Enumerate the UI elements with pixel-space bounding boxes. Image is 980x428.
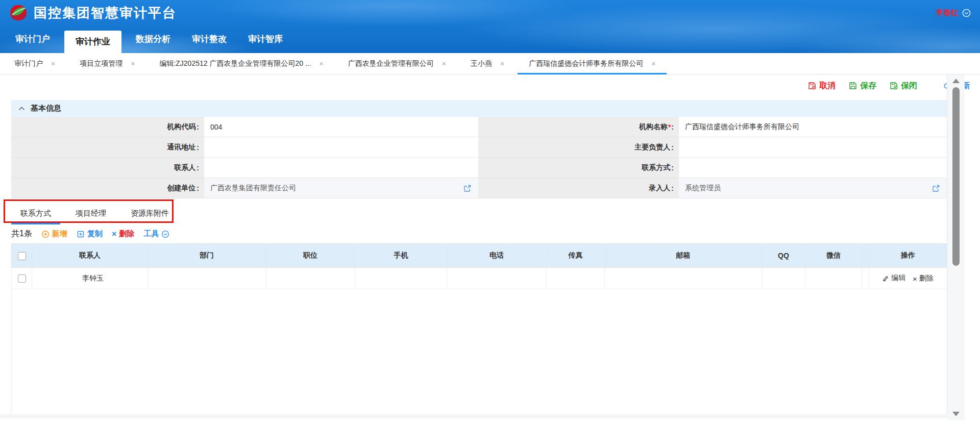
address-input[interactable] bbox=[204, 137, 478, 157]
record-count: 共1条 bbox=[11, 229, 32, 239]
empty-space bbox=[11, 289, 947, 415]
row-delete-button[interactable]: × 删除 bbox=[913, 274, 934, 283]
app-title: 国控集团智慧审计平台 bbox=[34, 4, 177, 22]
org-code-label: 机构代码: bbox=[11, 117, 204, 137]
basic-info-form: 机构代码: 机构名称*: 通讯地址: 主要负责人: bbox=[11, 117, 947, 198]
doc-tab-label: 审计门户 bbox=[14, 59, 43, 68]
col-phone: 电话 bbox=[447, 244, 547, 268]
row-checkbox[interactable] bbox=[18, 274, 26, 283]
creating-org-field: 广西农垦集团有限责任公司 bbox=[204, 178, 478, 198]
external-link-icon[interactable] bbox=[464, 185, 471, 192]
doc-tab-label: 项目立项管理 bbox=[80, 59, 122, 68]
table-header-row: 联系人 部门 职位 手机 电话 传真 邮箱 QQ 微信 操作 bbox=[12, 244, 947, 268]
col-actions: 操作 bbox=[869, 244, 947, 268]
pencil-icon bbox=[883, 275, 889, 282]
cell-mobile bbox=[355, 268, 447, 289]
fixed-column-spacer bbox=[862, 268, 869, 289]
nav-item-audit-rectify[interactable]: 审计整改 bbox=[185, 26, 234, 53]
nav-item-audit-knowledge[interactable]: 审计智库 bbox=[241, 26, 290, 53]
contact-method-label: 联系方式: bbox=[478, 158, 679, 178]
contact-method-input[interactable] bbox=[679, 158, 947, 178]
col-contact: 联系人 bbox=[32, 244, 148, 268]
col-department: 部门 bbox=[148, 244, 266, 268]
doc-tab-edit-zj202512[interactable]: 编辑:ZJ202512 广西农垦企业管理有限公司20 ... × bbox=[147, 53, 335, 74]
doc-tab-label: 编辑:ZJ202512 广西农垦企业管理有限公司20 ... bbox=[159, 59, 311, 68]
contact-person-field bbox=[204, 158, 478, 178]
user-name[interactable]: 李春红 bbox=[936, 8, 959, 18]
cell-phone bbox=[447, 268, 547, 289]
tab-contact-methods[interactable]: 联系方式 bbox=[11, 203, 60, 224]
save-label: 保存 bbox=[860, 81, 876, 91]
org-name-input[interactable] bbox=[679, 117, 947, 137]
contacts-table: 联系人 部门 职位 手机 电话 传真 邮箱 QQ 微信 操作 李钟玉 bbox=[11, 243, 947, 289]
cell-qq bbox=[762, 268, 805, 289]
principal-field bbox=[679, 137, 947, 158]
tools-button[interactable]: 工具 bbox=[143, 229, 169, 239]
doc-tab-label: 王小燕 bbox=[471, 59, 492, 68]
col-wechat: 微信 bbox=[805, 244, 862, 268]
save-button[interactable]: 保存 bbox=[849, 81, 876, 91]
row-actions-cell: 编辑 × 删除 bbox=[869, 268, 947, 289]
nav-item-audit-work[interactable]: 审计作业 bbox=[64, 31, 121, 53]
creating-org-label: 创建单位: bbox=[11, 178, 204, 198]
creating-org-value: 广西农垦集团有限责任公司 bbox=[210, 184, 296, 193]
doc-tab-gx-nongken-company[interactable]: 广西农垦企业管理有限公司 × bbox=[336, 53, 458, 74]
close-icon[interactable]: × bbox=[320, 60, 324, 67]
detail-tabs: 联系方式 项目经理 资源库附件 bbox=[11, 203, 947, 224]
external-link-icon[interactable] bbox=[933, 185, 940, 192]
delete-x-icon: × bbox=[112, 230, 116, 239]
add-button[interactable]: 新增 bbox=[41, 229, 67, 239]
entered-by-field: 系统管理员 bbox=[679, 178, 947, 198]
contact-person-input[interactable] bbox=[204, 158, 478, 178]
nav-item-data-analysis[interactable]: 数据分析 bbox=[129, 26, 178, 53]
cancel-button[interactable]: 取消 bbox=[808, 81, 836, 91]
delete-button[interactable]: × 删除 bbox=[112, 229, 134, 239]
close-icon[interactable]: × bbox=[131, 60, 135, 67]
org-code-input[interactable] bbox=[204, 117, 478, 137]
collapse-caret-icon[interactable] bbox=[18, 106, 25, 111]
cell-position bbox=[266, 268, 355, 289]
section-basic-info[interactable]: 基本信息 bbox=[11, 100, 947, 117]
row-edit-button[interactable]: 编辑 bbox=[883, 273, 905, 283]
cell-email bbox=[605, 268, 762, 289]
bottom-strip bbox=[0, 414, 947, 418]
save-icon bbox=[849, 82, 857, 90]
entered-by-label: 录入人: bbox=[478, 178, 679, 198]
vertical-scrollbar[interactable] bbox=[947, 74, 965, 420]
chevron-down-icon[interactable] bbox=[962, 9, 971, 17]
nav-item-audit-portal[interactable]: 审计门户 bbox=[8, 26, 57, 53]
cell-department bbox=[148, 268, 266, 289]
close-icon[interactable]: × bbox=[500, 60, 504, 67]
org-name-field bbox=[679, 117, 947, 137]
doc-tab-wang-xiaoyan[interactable]: 王小燕 × bbox=[458, 53, 517, 74]
address-field bbox=[204, 137, 478, 158]
col-mobile: 手机 bbox=[355, 244, 447, 268]
app-logo-icon bbox=[9, 4, 28, 22]
user-menu[interactable]: 李春红 bbox=[936, 8, 971, 18]
section-title: 基本信息 bbox=[31, 104, 61, 113]
tab-repository-attachments[interactable]: 资源库附件 bbox=[121, 203, 178, 224]
doc-tab-label: 广西瑞信盛德会计师事务所有限公司 bbox=[529, 59, 643, 68]
scrollbar-thumb[interactable] bbox=[952, 87, 960, 266]
fixed-column-spacer bbox=[862, 244, 869, 268]
scroll-down-arrow-icon[interactable] bbox=[952, 412, 960, 416]
tab-project-manager[interactable]: 项目经理 bbox=[66, 203, 115, 224]
org-name-label: 机构名称*: bbox=[478, 117, 679, 137]
principal-input[interactable] bbox=[679, 137, 947, 157]
doc-tab-gx-ruixin-firm[interactable]: 广西瑞信盛德会计师事务所有限公司 × bbox=[517, 53, 668, 74]
doc-tab-audit-portal[interactable]: 审计门户 × bbox=[2, 53, 67, 74]
close-icon[interactable]: × bbox=[442, 60, 446, 67]
row-select-cell bbox=[12, 268, 32, 289]
x-icon: × bbox=[913, 274, 917, 283]
col-qq: QQ bbox=[762, 244, 805, 268]
scroll-up-arrow-icon[interactable] bbox=[952, 79, 960, 83]
org-code-field bbox=[204, 117, 478, 137]
close-icon[interactable]: × bbox=[651, 60, 655, 67]
save-close-button[interactable]: 保闭 bbox=[890, 81, 917, 91]
col-email: 邮箱 bbox=[605, 244, 762, 268]
copy-button[interactable]: 复制 bbox=[77, 229, 103, 239]
close-icon[interactable]: × bbox=[51, 60, 55, 67]
add-circle-icon bbox=[41, 230, 50, 238]
select-all-checkbox[interactable] bbox=[18, 252, 26, 260]
doc-tab-project-approval[interactable]: 项目立项管理 × bbox=[67, 53, 147, 74]
